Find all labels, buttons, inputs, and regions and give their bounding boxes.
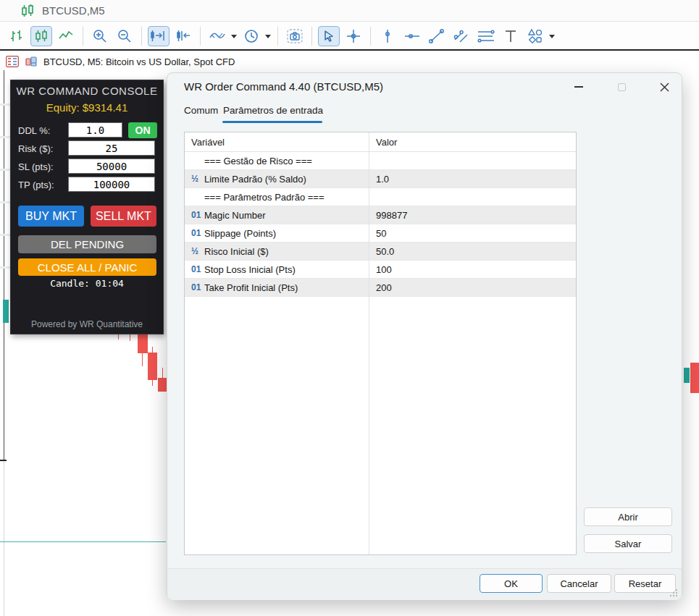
candle-wick bbox=[152, 347, 153, 353]
ok-button[interactable]: OK bbox=[480, 574, 543, 593]
candle bbox=[684, 368, 690, 383]
sl-label: SL (pts): bbox=[18, 161, 54, 172]
window-titlebar: BTCUSD,M5 bbox=[0, 0, 699, 22]
timeframes-clock-icon[interactable] bbox=[240, 26, 262, 46]
candle bbox=[138, 334, 148, 353]
column-header-valor: Valor bbox=[369, 132, 397, 151]
order-command-dialog: WR Order Command 4.40 (BTCUSD,M5) Comum … bbox=[167, 72, 682, 599]
table-rows: === Gestão de Risco === ½Limite Padrão (… bbox=[185, 152, 576, 297]
trendline-tool-icon[interactable] bbox=[426, 26, 448, 46]
table-row[interactable]: 01Take Profit Inicial (Pts) 200 bbox=[185, 279, 576, 297]
symbol-description: BTCUSD, M5: Bitcoin vs US Dollar, Spot C… bbox=[43, 56, 235, 67]
mini-candles-icon[interactable] bbox=[25, 56, 38, 67]
tab-comum[interactable]: Comum bbox=[184, 105, 218, 116]
ddl-input[interactable] bbox=[68, 122, 122, 138]
candle-wick bbox=[152, 380, 153, 386]
param-type-icon: 01 bbox=[191, 282, 204, 292]
toolbar-separator bbox=[277, 27, 278, 46]
timeframes-dropdown-caret[interactable] bbox=[264, 33, 272, 39]
risk-input[interactable] bbox=[68, 140, 155, 156]
cancelar-button[interactable]: Cancelar bbox=[547, 574, 611, 593]
zoom-in-icon[interactable] bbox=[89, 26, 111, 46]
param-label: Slippage (Points) bbox=[204, 228, 276, 239]
gridline bbox=[0, 169, 10, 171]
wr-command-console: WR COMMAND CONSOLE Equity: $9314.41 DDL … bbox=[10, 80, 164, 334]
tp-label: TP (pts): bbox=[18, 180, 54, 190]
candle bbox=[3, 300, 9, 323]
tab-parametros-de-entrada[interactable]: Parâmetros de entrada bbox=[223, 105, 323, 116]
column-header-variavel: Variável bbox=[185, 132, 369, 151]
vertical-line-tool-icon[interactable] bbox=[377, 26, 398, 46]
gridline bbox=[0, 136, 10, 138]
crosshair-icon[interactable] bbox=[343, 26, 364, 46]
ddl-on-button[interactable]: ON bbox=[128, 122, 157, 138]
param-label: Limite Padrão (% Saldo) bbox=[204, 174, 306, 185]
gridline bbox=[0, 201, 10, 203]
screenshot-camera-icon[interactable] bbox=[284, 26, 306, 46]
column-divider bbox=[369, 132, 369, 554]
param-value[interactable]: 100 bbox=[369, 264, 392, 275]
table-row[interactable]: ½Limite Padrão (% Saldo) 1.0 bbox=[185, 170, 576, 188]
sell-mkt-button[interactable]: SELL MKT bbox=[91, 206, 156, 227]
candlesticks-icon[interactable] bbox=[30, 26, 52, 46]
risk-label: Risk ($): bbox=[18, 143, 53, 154]
param-value[interactable]: 1.0 bbox=[369, 174, 389, 185]
shapes-tool-icon[interactable] bbox=[524, 26, 546, 46]
del-pending-button[interactable]: DEL PENDING bbox=[18, 235, 156, 253]
table-row[interactable]: 01Slippage (Points) 50 bbox=[185, 224, 576, 242]
line-chart-icon[interactable] bbox=[55, 26, 77, 46]
candle-wick bbox=[142, 353, 143, 366]
shapes-dropdown-caret[interactable] bbox=[548, 33, 556, 39]
candle bbox=[158, 378, 167, 392]
ohlc-bars-icon[interactable] bbox=[6, 26, 28, 46]
param-value[interactable]: 50 bbox=[369, 228, 386, 239]
candle bbox=[690, 363, 699, 393]
horizontal-line-tool-icon[interactable] bbox=[401, 26, 423, 46]
table-row[interactable]: ½Risco Inicial ($) 50.0 bbox=[185, 242, 576, 261]
resetar-button[interactable]: Resetar bbox=[614, 574, 676, 593]
chart-left-border bbox=[4, 70, 4, 461]
cursor-icon[interactable] bbox=[318, 26, 340, 46]
table-header: Variável Valor bbox=[185, 132, 576, 152]
param-type-icon: 01 bbox=[191, 264, 204, 274]
param-value[interactable]: 50.0 bbox=[369, 246, 394, 257]
sl-input[interactable] bbox=[68, 159, 155, 174]
toolbar-separator bbox=[370, 27, 371, 46]
param-label: === Parâmetros Padrão === bbox=[204, 192, 325, 203]
candlestick-logo-icon bbox=[20, 4, 35, 18]
table-row[interactable]: 01Stop Loss Inicial (Pts) 100 bbox=[185, 261, 576, 279]
console-title: WR COMMAND CONSOLE bbox=[11, 85, 163, 97]
param-value[interactable]: 998877 bbox=[369, 210, 407, 221]
param-type-icon: ½ bbox=[191, 246, 204, 256]
quote-list-icon[interactable] bbox=[6, 56, 19, 67]
abrir-button[interactable]: Abrir bbox=[584, 507, 672, 526]
channel-tool-icon[interactable] bbox=[451, 26, 472, 46]
table-row[interactable]: 01Magic Number 998877 bbox=[185, 206, 576, 224]
price-level-line bbox=[0, 541, 166, 542]
equidistant-lines-tool-icon[interactable] bbox=[475, 26, 497, 46]
resize-grip[interactable] bbox=[669, 588, 678, 597]
minimize-icon[interactable] bbox=[568, 79, 590, 95]
text-tool-icon[interactable] bbox=[500, 26, 522, 46]
close-all-panic-button[interactable]: CLOSE ALL / PANIC bbox=[18, 258, 156, 276]
param-value[interactable]: 200 bbox=[369, 282, 392, 293]
param-label: Risco Inicial ($) bbox=[204, 246, 269, 257]
indicators-icon[interactable] bbox=[206, 26, 228, 46]
scroll-to-chart-end-icon[interactable] bbox=[148, 26, 169, 46]
tp-input[interactable] bbox=[68, 177, 155, 192]
param-label: Magic Number bbox=[204, 210, 266, 221]
buy-mkt-button[interactable]: BUY MKT bbox=[18, 206, 84, 227]
param-type-icon: 01 bbox=[191, 228, 204, 238]
window-title: BTCUSD,M5 bbox=[42, 4, 105, 17]
indicators-dropdown-caret[interactable] bbox=[230, 33, 238, 39]
salvar-button[interactable]: Salvar bbox=[584, 534, 672, 553]
zoom-out-icon[interactable] bbox=[114, 26, 135, 46]
toolbar-separator bbox=[311, 27, 312, 46]
table-row-section[interactable]: === Parâmetros Padrão === bbox=[185, 188, 576, 206]
param-type-icon: ½ bbox=[191, 174, 204, 184]
gridline bbox=[0, 104, 10, 106]
close-icon[interactable] bbox=[653, 79, 675, 95]
console-footer: Powered by WR Quantitative bbox=[11, 319, 163, 329]
chart-shift-icon[interactable] bbox=[172, 26, 194, 46]
table-row-section[interactable]: === Gestão de Risco === bbox=[185, 152, 576, 170]
